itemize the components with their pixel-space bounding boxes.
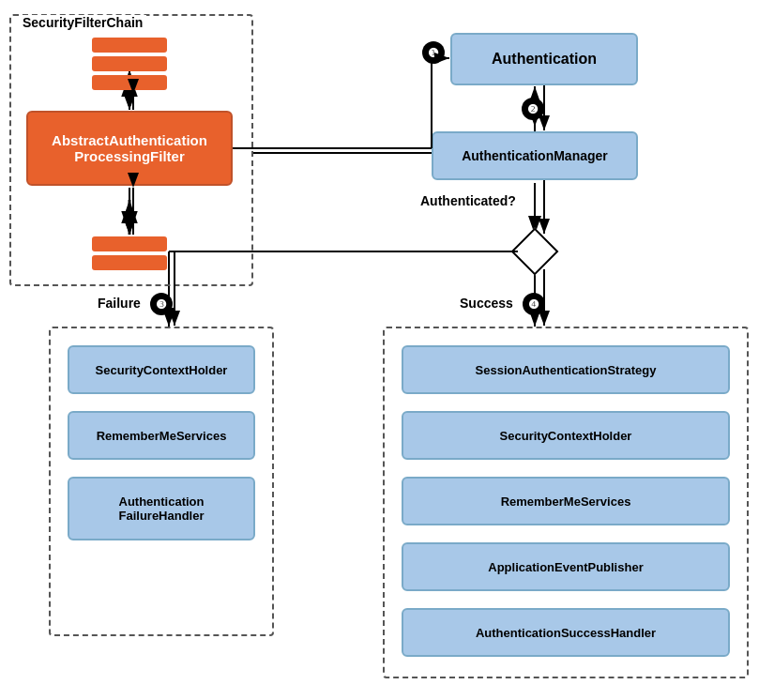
badge-4-icon: ❹ (523, 293, 545, 315)
badge-3-icon: ❸ (150, 293, 173, 315)
abstract-auth-processing-filter: AbstractAuthenticationProcessingFilter (26, 111, 233, 186)
success-app-event-publisher: ApplicationEventPublisher (402, 542, 730, 591)
authentication-box: Authentication (450, 33, 638, 85)
failure-auth-failure-handler: AuthenticationFailureHandler (68, 477, 255, 540)
authentication-manager-box: AuthenticationManager (432, 131, 638, 180)
filter-bar-bottom-2 (92, 255, 167, 270)
badge-1-icon: ❶ (422, 41, 445, 64)
success-remember-me-services: RememberMeServices (402, 477, 730, 525)
filter-bar-top-2 (92, 56, 167, 71)
filter-bar-top-1 (92, 38, 167, 53)
failure-remember-me-services: RememberMeServices (68, 411, 255, 460)
success-label: Success ❹ (460, 293, 545, 315)
failure-label: Failure ❸ (98, 293, 173, 315)
authentication-label: Authentication (492, 51, 597, 68)
success-security-context-holder: SecurityContextHolder (402, 411, 730, 460)
filter-bar-bottom-1 (92, 236, 167, 251)
decision-diamond (511, 228, 559, 276)
authenticated-question-label: Authenticated? (420, 193, 516, 208)
success-auth-success-handler: AuthenticationSuccessHandler (402, 608, 730, 657)
abstract-auth-label: AbstractAuthenticationProcessingFilter (52, 132, 207, 164)
badge-1: ❶ (422, 41, 445, 64)
filter-bar-top-3 (92, 75, 167, 90)
success-session-auth-strategy: SessionAuthenticationStrategy (402, 345, 730, 394)
diagram-container: SecurityFilterChain AbstractAuthenticati… (0, 0, 774, 700)
security-filter-chain-label: SecurityFilterChain (19, 15, 146, 30)
failure-security-context-holder: SecurityContextHolder (68, 345, 255, 394)
authentication-manager-label: AuthenticationManager (462, 148, 608, 163)
badge-2: ❷ (522, 98, 544, 120)
badge-2-icon: ❷ (522, 98, 544, 120)
